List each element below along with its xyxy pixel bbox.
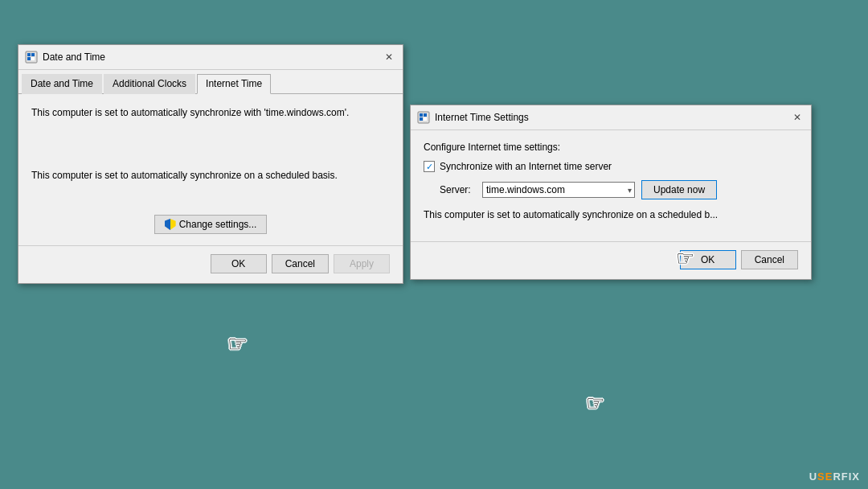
server-select-wrapper: time.windows.com time.nist.gov pool.ntp.… <box>482 182 635 198</box>
its-cancel-button[interactable]: Cancel <box>741 250 798 269</box>
configure-label: Configure Internet time settings: <box>424 142 798 153</box>
date-time-dialog: Date and Time ✕ Date and Time Additional… <box>18 44 403 284</box>
tab-date-and-time[interactable]: Date and Time <box>22 74 102 94</box>
scheduled-info-text: This computer is set to automatically sy… <box>424 208 798 222</box>
update-now-button[interactable]: Update now <box>641 180 717 199</box>
watermark-suffix: RFIX <box>833 471 860 483</box>
svg-rect-1 <box>27 53 31 56</box>
watermark-middle: SE <box>817 471 833 483</box>
svg-rect-8 <box>420 117 423 121</box>
its-footer: OK Cancel <box>411 241 811 279</box>
date-time-apply-button[interactable]: Apply <box>334 254 390 273</box>
svg-rect-7 <box>424 113 427 117</box>
its-content: Configure Internet time settings: ✓ Sync… <box>411 130 811 233</box>
date-time-tab-bar: Date and Time Additional Clocks Internet… <box>18 70 403 94</box>
watermark: USERFIX <box>809 471 860 483</box>
sync-checkbox[interactable]: ✓ <box>424 161 435 172</box>
change-settings-label: Change settings... <box>179 219 257 230</box>
its-title-text: Internet Time Settings <box>435 112 790 123</box>
svg-rect-6 <box>420 113 423 117</box>
server-row: Server: time.windows.com time.nist.gov p… <box>440 180 798 199</box>
date-time-title-bar: Date and Time ✕ <box>18 45 403 70</box>
watermark-prefix: U <box>809 471 817 483</box>
tab-internet-time[interactable]: Internet Time <box>197 74 271 94</box>
shield-icon-small <box>165 219 176 230</box>
sync-checkbox-label: Synchronize with an Internet time server <box>440 161 612 172</box>
internet-time-dialog: Internet Time Settings ✕ Configure Inter… <box>410 105 812 280</box>
sync-checkbox-row: ✓ Synchronize with an Internet time serv… <box>424 161 798 172</box>
sync-info-line1: This computer is set to automatically sy… <box>31 105 390 120</box>
tab-additional-clocks[interactable]: Additional Clocks <box>104 74 195 94</box>
clock-icon <box>25 51 38 64</box>
svg-rect-3 <box>27 57 31 60</box>
cursor-hand-3: ☞ <box>586 391 604 416</box>
svg-rect-9 <box>424 117 427 121</box>
sync-info-line2: This computer is set to automatically sy… <box>31 168 390 183</box>
date-time-close-button[interactable]: ✕ <box>382 50 396 64</box>
date-time-title-text: Date and Time <box>43 51 382 63</box>
cursor-hand-1: ☞ <box>227 331 248 357</box>
server-label: Server: <box>440 184 476 195</box>
its-ok-button[interactable]: OK <box>680 250 736 269</box>
its-clock-icon <box>417 111 430 124</box>
date-time-content: This computer is set to automatically sy… <box>18 94 403 245</box>
svg-rect-4 <box>31 57 35 60</box>
change-settings-button[interactable]: Change settings... <box>154 215 268 234</box>
its-close-button[interactable]: ✕ <box>790 110 805 125</box>
svg-rect-2 <box>31 53 35 56</box>
date-time-cancel-button[interactable]: Cancel <box>272 254 329 273</box>
its-title-bar: Internet Time Settings ✕ <box>411 105 811 130</box>
server-select[interactable]: time.windows.com time.nist.gov pool.ntp.… <box>482 182 635 198</box>
date-time-footer: OK Cancel Apply <box>18 245 403 283</box>
date-time-ok-button[interactable]: OK <box>211 254 267 273</box>
